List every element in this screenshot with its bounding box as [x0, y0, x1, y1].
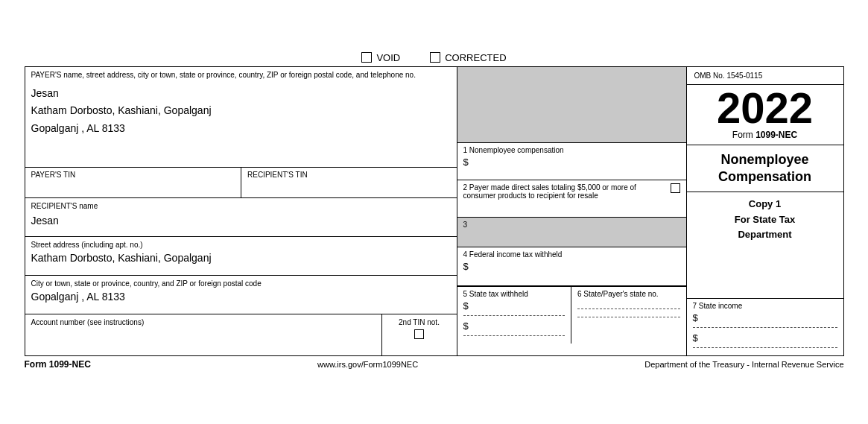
box6-dashed2	[577, 317, 680, 317]
box7-value2: $	[693, 332, 837, 344]
recipient-name-section: RECIPIENT'S name Jesan	[25, 198, 457, 237]
city-state-label: City or town, state or province, country…	[31, 279, 451, 288]
right-column: OMB No. 1545-0115 2022 Form 1099-NEC Non…	[687, 67, 843, 355]
recipient-tin-cell: RECIPIENT'S TIN	[241, 168, 457, 197]
box6-label: 6 State/Payer's state no.	[577, 290, 680, 298]
form-footer: Form 1099-NEC www.irs.gov/Form1099NEC De…	[25, 356, 844, 373]
copy-label: Copy 1	[694, 198, 836, 209]
title-area: Nonemployee Compensation	[687, 145, 843, 193]
box5-cell: 5 State tax withheld $ $	[457, 287, 572, 344]
box1-field: 1 Nonemployee compensation $	[457, 143, 686, 180]
year-suffix: 22	[765, 83, 814, 132]
footer-website: www.irs.gov/Form1099NEC	[317, 360, 418, 369]
recipient-name-value: Jesan	[31, 215, 451, 227]
box5-value2: $	[463, 320, 566, 332]
void-label: VOID	[376, 52, 400, 63]
form-name-area: Form 1099-NEC	[694, 130, 836, 140]
account-label: Account number (see instructions)	[31, 318, 376, 326]
corrected-label: CORRECTED	[445, 52, 506, 63]
box1-label: 1 Nonemployee compensation	[463, 146, 680, 154]
omb-label: OMB No. 1545-0115	[694, 72, 836, 80]
account-row: Account number (see instructions) 2nd TI…	[25, 314, 457, 355]
payer-tin-label: PAYER'S TIN	[31, 171, 235, 179]
box4-label: 4 Federal income tax withheld	[463, 250, 680, 259]
box5-value1: $	[463, 300, 566, 311]
void-checkbox-label: VOID	[361, 52, 400, 63]
title-line2: Compensation	[694, 168, 836, 186]
box7-dashed2	[693, 347, 837, 348]
tin-not-checkbox[interactable]	[414, 329, 424, 339]
corrected-checkbox[interactable]	[430, 52, 440, 63]
box3-gray: 3	[457, 218, 686, 247]
street-label: Street address (including apt. no.)	[31, 241, 451, 249]
payer-values: Jesan Katham Dorbosto, Kashiani, Gopalga…	[31, 85, 451, 138]
box5-label: 5 State tax withheld	[463, 290, 566, 298]
street-section: Street address (including apt. no.) Kath…	[25, 237, 457, 276]
payer-address: Katham Dorbosto, Kashiani, Gopalganj	[31, 102, 451, 120]
box7-dashed1	[693, 327, 837, 328]
footer-form: Form 1099-NEC	[25, 359, 91, 370]
box6-dashed1	[577, 308, 680, 309]
footer-form-id: 1099-NEC	[49, 359, 91, 370]
box1-value: $	[463, 156, 680, 168]
box4-value: $	[463, 261, 680, 272]
box2-label: 2 Payer made direct sales totaling $5,00…	[463, 183, 666, 200]
footer-form-prefix: Form	[25, 359, 49, 370]
city-state-value: Gopalganj , AL 8133	[31, 291, 451, 303]
box6-cell: 6 State/Payer's state no.	[571, 287, 686, 344]
void-checkbox[interactable]	[361, 52, 372, 63]
year-prefix: 20	[717, 83, 765, 132]
form-id: 1099-NEC	[755, 130, 797, 140]
box7-value1: $	[693, 312, 837, 323]
footer-dept: Department of the Treasury - Internal Re…	[644, 360, 843, 369]
tin-not-label: 2nd TIN not.	[399, 318, 440, 326]
copy-area: Copy 1 For State TaxDepartment	[687, 192, 843, 297]
corrected-checkbox-label: CORRECTED	[430, 52, 506, 63]
box5-dashed1	[463, 315, 566, 316]
state-lower-row: 5 State tax withheld $ $ 6 State/Payer's…	[457, 286, 686, 344]
year-area: 2022 Form 1099-NEC	[687, 85, 843, 145]
box4-field: 4 Federal income tax withheld $	[457, 247, 686, 286]
recipient-name-label: RECIPIENT'S name	[31, 202, 451, 210]
box2-row: 2 Payer made direct sales totaling $5,00…	[463, 183, 680, 200]
left-column: PAYER'S name, street address, city or to…	[25, 67, 457, 355]
account-cell: Account number (see instructions)	[25, 314, 382, 355]
tin-row: PAYER'S TIN RECIPIENT'S TIN	[25, 168, 457, 198]
payer-tin-cell: PAYER'S TIN	[25, 168, 241, 197]
title-line1: Nonemployee	[694, 151, 836, 168]
omb-area: OMB No. 1545-0115	[687, 67, 843, 85]
box5-dashed2	[463, 335, 566, 336]
street-value: Katham Dorbosto, Kashiani, Gopalganj	[31, 252, 451, 264]
box2-checkbox[interactable]	[671, 183, 680, 193]
city-state-section: City or town, state or province, country…	[25, 276, 457, 314]
mid-column: 1 Nonemployee compensation $ 2 Payer mad…	[457, 67, 687, 355]
year-value: 2022	[694, 86, 836, 130]
payer-info-section: PAYER'S name, street address, city or to…	[25, 67, 457, 168]
recipient-tin-label: RECIPIENT'S TIN	[247, 171, 451, 179]
payer-city: Gopalganj , AL 8133	[31, 120, 451, 138]
box3-label: 3	[463, 221, 468, 229]
tin-not-cell: 2nd TIN not.	[382, 314, 457, 355]
mid-gray-area	[457, 67, 686, 143]
copy-sub: For State TaxDepartment	[694, 212, 836, 241]
payer-label: PAYER'S name, street address, city or to…	[31, 71, 451, 79]
payer-name: Jesan	[31, 85, 451, 103]
box7-label: 7 State income	[693, 302, 837, 310]
box7-cell: 7 State income $ $	[687, 298, 843, 355]
box2-field: 2 Payer made direct sales totaling $5,00…	[457, 180, 686, 218]
form-prefix: Form	[732, 130, 755, 140]
